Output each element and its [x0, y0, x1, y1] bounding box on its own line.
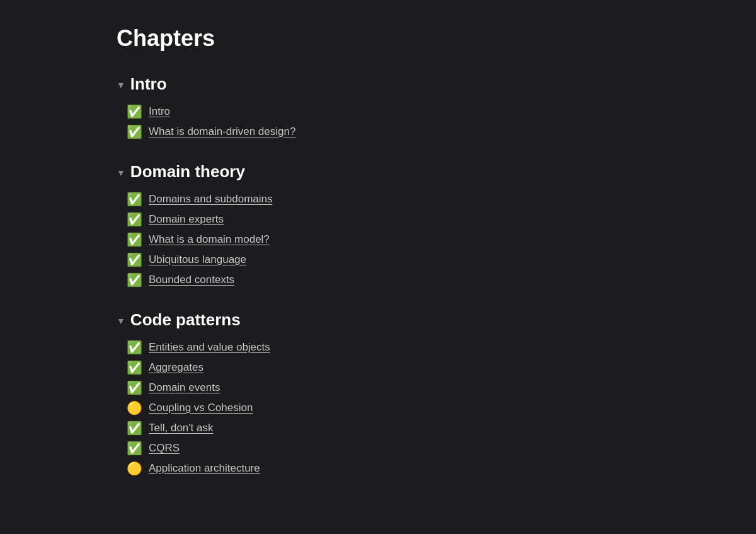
chapter-item-label: Tell, don't ask	[149, 422, 213, 434]
chapter-item-label: Intro	[149, 105, 170, 118]
list-item[interactable]: ✅Bounded contexts	[127, 270, 756, 290]
list-item[interactable]: ✅What is domain-driven design?	[127, 122, 756, 142]
section-intro: ▼Intro✅Intro✅What is domain-driven desig…	[117, 74, 756, 142]
chapter-item-label: What is domain-driven design?	[149, 125, 295, 138]
section-header-domain-theory[interactable]: ▼Domain theory	[117, 162, 756, 182]
checkmark-icon: ✅	[127, 381, 142, 394]
list-item[interactable]: ✅Intro	[127, 102, 756, 122]
chapter-list-code-patterns: ✅Entities and value objects✅Aggregates✅D…	[117, 337, 756, 479]
checkmark-icon: ✅	[127, 105, 142, 118]
chapter-list-intro: ✅Intro✅What is domain-driven design?	[117, 102, 756, 142]
chapter-item-label: Ubiquitous language	[149, 253, 246, 266]
section-header-intro[interactable]: ▼Intro	[117, 74, 756, 94]
list-item[interactable]: ✅Entities and value objects	[127, 337, 756, 357]
chapter-item-label: Domain experts	[149, 213, 224, 226]
chapter-item-label: CQRS	[149, 442, 180, 455]
chevron-down-icon: ▼	[117, 316, 125, 326]
list-item[interactable]: ✅Domains and subdomains	[127, 189, 756, 209]
list-item[interactable]: ✅CQRS	[127, 438, 756, 458]
section-code-patterns: ▼Code patterns✅Entities and value object…	[117, 310, 756, 479]
checkmark-icon: ✅	[127, 422, 142, 434]
checkmark-icon: ✅	[127, 274, 142, 286]
list-item[interactable]: 🟡Application architecture	[127, 458, 756, 479]
list-item[interactable]: ✅What is a domain model?	[127, 229, 756, 250]
chapter-item-label: Domain events	[149, 381, 220, 394]
chapter-item-label: Domains and subdomains	[149, 193, 273, 206]
section-title-domain-theory: Domain theory	[130, 162, 245, 182]
chapter-item-label: Entities and value objects	[149, 341, 270, 354]
section-title-intro: Intro	[130, 74, 167, 94]
chapter-item-label: Aggregates	[149, 361, 203, 374]
section-header-code-patterns[interactable]: ▼Code patterns	[117, 310, 756, 330]
checkmark-icon: ✅	[127, 361, 142, 374]
list-item[interactable]: ✅Ubiquitous language	[127, 250, 756, 270]
chapter-item-label: Bounded contexts	[149, 274, 234, 286]
checkmark-icon: ✅	[127, 125, 142, 138]
list-item[interactable]: ✅Domain events	[127, 378, 756, 398]
chevron-down-icon: ▼	[117, 168, 125, 178]
list-item[interactable]: ✅Domain experts	[127, 209, 756, 229]
checkmark-icon: ✅	[127, 213, 142, 226]
chapter-item-label: Coupling vs Cohesion	[149, 402, 253, 414]
in-progress-icon: 🟡	[127, 402, 142, 414]
checkmark-icon: ✅	[127, 341, 142, 354]
checkmark-icon: ✅	[127, 253, 142, 266]
checkmark-icon: ✅	[127, 233, 142, 246]
section-domain-theory: ▼Domain theory✅Domains and subdomains✅Do…	[117, 162, 756, 290]
checkmark-icon: ✅	[127, 193, 142, 206]
in-progress-icon: 🟡	[127, 462, 142, 475]
section-title-code-patterns: Code patterns	[130, 310, 241, 330]
list-item[interactable]: 🟡Coupling vs Cohesion	[127, 398, 756, 418]
chevron-down-icon: ▼	[117, 80, 125, 90]
chapter-item-label: Application architecture	[149, 462, 260, 475]
list-item[interactable]: ✅Aggregates	[127, 357, 756, 378]
page-title: Chapters	[117, 25, 756, 52]
list-item[interactable]: ✅Tell, don't ask	[127, 418, 756, 438]
chapter-list-domain-theory: ✅Domains and subdomains✅Domain experts✅W…	[117, 189, 756, 290]
chapter-item-label: What is a domain model?	[149, 233, 270, 246]
checkmark-icon: ✅	[127, 442, 142, 455]
